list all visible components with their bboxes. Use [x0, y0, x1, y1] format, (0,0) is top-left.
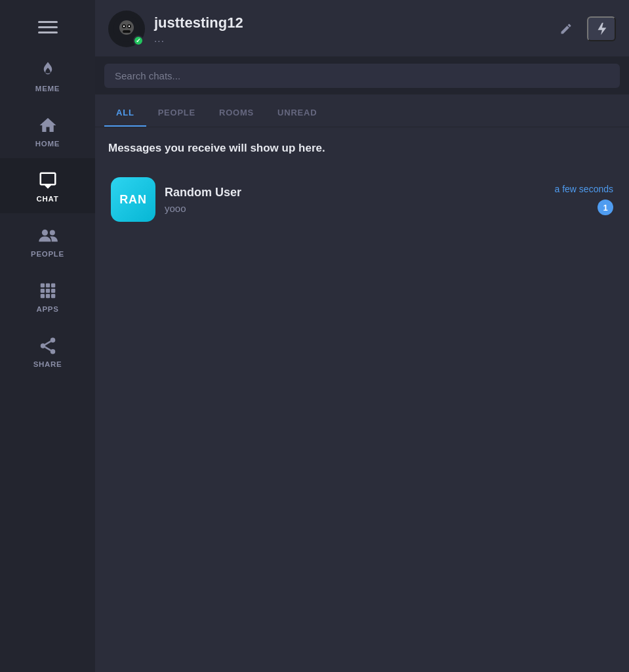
- avatar: [108, 10, 145, 47]
- header-status: ...: [154, 33, 545, 44]
- sidebar-item-home[interactable]: HOME: [0, 103, 95, 158]
- svg-rect-20: [123, 30, 131, 33]
- share-icon: [37, 335, 58, 356]
- svg-line-14: [45, 347, 51, 350]
- svg-point-21: [123, 26, 125, 27]
- hamburger-menu[interactable]: [0, 12, 95, 48]
- empty-message: Messages you receive will show up here.: [106, 142, 619, 155]
- chat-preview: yooo: [165, 203, 546, 214]
- chat-name: Random User: [165, 186, 546, 200]
- chat-icon: [37, 170, 58, 191]
- apps-icon: [37, 280, 58, 301]
- online-status-badge: [133, 35, 144, 46]
- chat-time: a few seconds: [555, 184, 614, 194]
- svg-rect-6: [45, 289, 49, 293]
- chat-time-wrap: a few seconds 1: [555, 184, 614, 215]
- tab-unread[interactable]: UNREAD: [266, 101, 329, 127]
- search-input[interactable]: [104, 64, 620, 88]
- flame-icon: [37, 60, 58, 81]
- sidebar-item-share-label: SHARE: [33, 360, 62, 368]
- header-actions: [554, 16, 616, 41]
- svg-point-11: [50, 338, 55, 343]
- tab-all[interactable]: ALL: [104, 101, 146, 127]
- sidebar-item-home-label: HOME: [35, 140, 60, 148]
- svg-rect-9: [45, 294, 49, 298]
- svg-rect-10: [51, 294, 55, 298]
- hamburger-icon: [38, 21, 58, 33]
- svg-point-12: [40, 343, 45, 348]
- svg-point-1: [49, 230, 54, 235]
- main-panel: justtesting12 ... ALL PEOPLE ROOMS UNREA…: [95, 0, 629, 672]
- svg-rect-4: [51, 284, 55, 287]
- svg-rect-7: [51, 289, 55, 293]
- chat-meta: Random User yooo: [165, 186, 546, 214]
- header: justtesting12 ...: [95, 0, 629, 57]
- sidebar-item-apps-label: APPS: [36, 305, 58, 313]
- svg-line-15: [45, 341, 51, 345]
- svg-point-0: [41, 230, 47, 236]
- svg-rect-2: [40, 284, 44, 287]
- lightning-button[interactable]: [587, 16, 616, 41]
- tab-bar: ALL PEOPLE ROOMS UNREAD: [95, 94, 629, 127]
- svg-rect-5: [40, 289, 44, 293]
- sidebar-item-share[interactable]: SHARE: [0, 324, 95, 379]
- chat-list-item[interactable]: RAN Random User yooo a few seconds 1: [106, 171, 619, 228]
- sidebar-item-apps[interactable]: APPS: [0, 268, 95, 324]
- sidebar-item-people[interactable]: PEOPLE: [0, 213, 95, 268]
- svg-rect-3: [45, 284, 49, 287]
- home-icon: [37, 115, 58, 136]
- tab-rooms[interactable]: ROOMS: [207, 101, 266, 127]
- sidebar-item-people-label: PEOPLE: [31, 250, 64, 258]
- people-icon: [37, 225, 58, 246]
- chat-content: Messages you receive will show up here. …: [95, 127, 629, 672]
- svg-point-22: [129, 26, 130, 27]
- unread-badge: 1: [598, 200, 613, 215]
- sidebar-item-chat-label: CHAT: [37, 195, 59, 203]
- sidebar: MEME HOME CHAT PEOPLE: [0, 0, 95, 672]
- search-bar: [95, 57, 629, 94]
- svg-rect-8: [40, 294, 44, 298]
- edit-button[interactable]: [554, 17, 578, 41]
- svg-point-13: [50, 349, 55, 354]
- sidebar-item-meme[interactable]: MEME: [0, 48, 95, 103]
- header-username: justtesting12: [154, 14, 545, 32]
- chat-avatar: RAN: [111, 177, 155, 222]
- sidebar-item-meme-label: MEME: [35, 85, 60, 93]
- header-info: justtesting12 ...: [154, 14, 545, 44]
- tab-people[interactable]: PEOPLE: [146, 101, 207, 127]
- sidebar-item-chat[interactable]: CHAT: [0, 158, 95, 213]
